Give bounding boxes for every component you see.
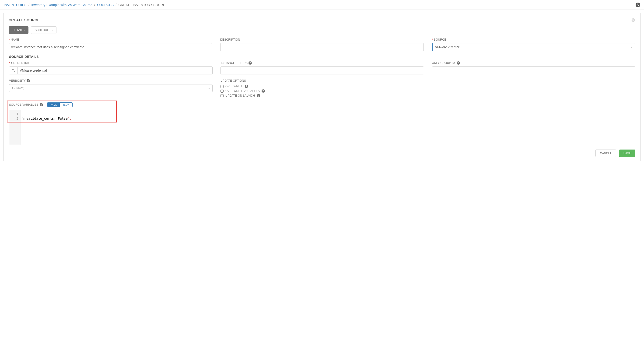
- help-icon[interactable]: ?: [26, 79, 30, 82]
- description-label: DESCRIPTION: [220, 38, 424, 41]
- breadcrumb-separator: /: [115, 3, 117, 7]
- help-icon[interactable]: ?: [248, 61, 252, 64]
- code-content[interactable]: ---\nvalidate_certs: False",: [20, 110, 635, 145]
- breadcrumb-sources[interactable]: SOURCES: [97, 3, 114, 7]
- overwrite-checkbox[interactable]: [220, 85, 224, 88]
- breadcrumb-separator: /: [94, 3, 96, 7]
- description-input[interactable]: [220, 43, 424, 51]
- update-options-label: UPDATE OPTIONS: [220, 79, 424, 82]
- credential-lookup-button[interactable]: [9, 66, 17, 74]
- yaml-toggle[interactable]: YAML: [47, 103, 60, 107]
- verbosity-select[interactable]: [9, 84, 212, 92]
- source-details-header: SOURCE DETAILS: [9, 55, 635, 58]
- breadcrumb-inventories[interactable]: INVENTORIES: [4, 3, 26, 7]
- tab-schedules[interactable]: SCHEDULES: [31, 26, 56, 34]
- source-variables-editor[interactable]: 12---\nvalidate_certs: False",: [9, 110, 635, 145]
- instance-filters-label: INSTANCE FILTERS ?: [220, 61, 424, 64]
- json-toggle[interactable]: JSON: [60, 103, 72, 107]
- only-group-by-input[interactable]: [432, 66, 635, 75]
- help-icon[interactable]: ?: [257, 94, 260, 97]
- breadcrumb: INVENTORIES / Inventory Example with VMW…: [4, 3, 168, 7]
- breadcrumb-current: CREATE INVENTORY SOURCE: [118, 3, 168, 7]
- instance-filters-input[interactable]: [220, 66, 424, 74]
- source-select[interactable]: [432, 43, 635, 51]
- svg-line-2: [14, 71, 15, 72]
- credential-input[interactable]: [17, 66, 212, 74]
- help-icon[interactable]: ?: [457, 61, 460, 64]
- save-button[interactable]: SAVE: [619, 150, 635, 157]
- panel-title: CREATE SOURCE: [9, 18, 40, 22]
- update-on-launch-label: UPDATE ON LAUNCH: [226, 94, 255, 97]
- source-variables-label: SOURCE VARIABLES?: [9, 103, 43, 106]
- overwrite-label: OVERWRITE: [226, 85, 243, 88]
- credential-label: * CREDENTIAL: [9, 61, 212, 64]
- help-icon[interactable]: ?: [262, 89, 265, 92]
- help-icon[interactable]: ?: [40, 103, 43, 106]
- tab-details[interactable]: DETAILS: [9, 26, 28, 34]
- activity-stream-icon[interactable]: [636, 2, 640, 7]
- code-gutter: 12: [9, 110, 20, 145]
- verbosity-label: VERBOSITY ?: [9, 79, 212, 82]
- source-label: * SOURCE: [432, 38, 635, 41]
- syntax-toggle: YAMLJSON: [47, 102, 72, 107]
- breadcrumb-separator: /: [28, 3, 30, 7]
- overwrite-vars-label: OVERWRITE VARIABLES: [226, 89, 260, 92]
- svg-point-1: [12, 69, 14, 71]
- breadcrumb-inventory-name[interactable]: Inventory Example with VMWare Source: [31, 3, 92, 7]
- close-icon[interactable]: [631, 18, 635, 23]
- cancel-button[interactable]: CANCEL: [596, 150, 616, 157]
- name-input[interactable]: [9, 43, 212, 51]
- help-icon[interactable]: ?: [245, 85, 248, 88]
- overwrite-vars-checkbox[interactable]: [220, 90, 224, 92]
- only-group-by-label: ONLY GROUP BY ?: [432, 61, 635, 64]
- tabs: DETAILS SCHEDULES: [9, 26, 635, 34]
- create-source-panel: CREATE SOURCE DETAILS SCHEDULES * NAME D…: [3, 13, 641, 161]
- name-label: * NAME: [9, 38, 212, 41]
- update-on-launch-checkbox[interactable]: [220, 94, 224, 97]
